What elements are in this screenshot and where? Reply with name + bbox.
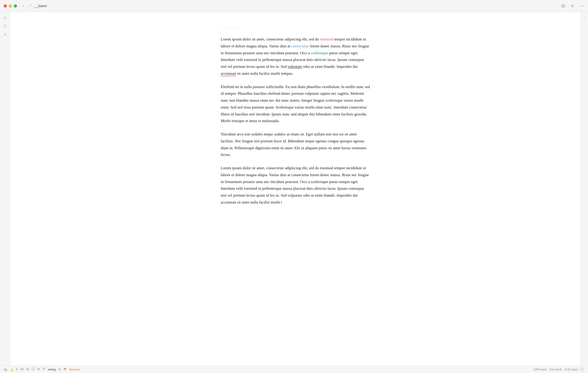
gear-icon[interactable]: ⚙ (58, 368, 61, 371)
underline-accumsan: accumsan (221, 71, 236, 76)
content-area[interactable]: › --- ... Lorem ipsum dolor sit amet, co… (10, 12, 581, 366)
titlebar: › 📄 __lorem (0, 0, 588, 12)
svg-point-7 (4, 17, 6, 18)
writing-label[interactable]: writing (48, 368, 56, 371)
svg-point-12 (21, 369, 22, 370)
chars-count: 2142 chars (564, 368, 578, 371)
app-body: ? › --- ... Lorem ipsum dolor sit amet, … (0, 12, 588, 366)
svg-rect-1 (563, 5, 565, 7)
sidebar-left: ? (0, 12, 10, 366)
right-sidebar-toggle[interactable]: ‹ (581, 12, 588, 366)
statusbar-right: 1259 notes 315 words 2142 chars ℹ (533, 367, 584, 372)
frontmatter-toggle[interactable]: › (221, 26, 222, 29)
svg-text:?: ? (5, 25, 6, 28)
statusbar: Ag 🌙 ☀ (0, 366, 588, 373)
frontmatter-dashes: --- (224, 26, 230, 29)
settings-sidebar-icon[interactable] (2, 31, 8, 38)
frontmatter-dots: ... (232, 26, 238, 29)
underline-vulputate: vulputate (288, 64, 302, 69)
help-sidebar-icon[interactable]: ? (2, 23, 8, 29)
close-button[interactable] (4, 4, 7, 8)
ag-label[interactable]: Ag (4, 368, 7, 371)
svg-point-11 (21, 368, 23, 371)
sidebar-toggle-button[interactable]: › (21, 3, 26, 9)
link-consectetur[interactable]: consectetur (291, 44, 309, 48)
svg-point-6 (583, 6, 583, 6)
frontmatter-block: › --- ... (221, 26, 370, 29)
document-title: __lorem (34, 4, 560, 8)
moon-icon[interactable]: 🌙 (10, 368, 13, 371)
location-sidebar-icon[interactable] (2, 15, 8, 21)
words-count: 315 words (549, 368, 562, 371)
notes-count: 1259 notes (533, 368, 547, 371)
traffic-lights (4, 4, 17, 8)
literature-label[interactable]: literature (69, 368, 80, 371)
info-button[interactable]: ℹ (580, 367, 584, 372)
document-content: › --- ... Lorem ipsum dolor sit amet, co… (211, 26, 379, 206)
target-icon[interactable] (32, 367, 35, 371)
svg-point-14 (32, 368, 34, 371)
maximize-button[interactable] (14, 4, 17, 8)
highlight-scelerisque: scelerisque (311, 51, 328, 55)
close-tab-button[interactable] (570, 3, 575, 9)
sun-icon[interactable]: ☀ (15, 368, 18, 371)
split-view-button[interactable] (560, 3, 566, 9)
paragraph-4: Lorem ipsum dolor sit amet, consectetur … (221, 165, 370, 206)
focus-icon[interactable] (21, 367, 24, 371)
stack-icon[interactable] (63, 367, 67, 371)
highlight-eiusmod: eiusmod (320, 37, 333, 41)
link-icon[interactable] (37, 367, 40, 371)
svg-rect-0 (562, 5, 563, 7)
minimize-button[interactable] (9, 4, 12, 8)
svg-point-4 (580, 6, 581, 6)
right-sidebar-chevron-icon: ‹ (584, 15, 585, 19)
paragraph-2: Eleifend mi in nulla posuere sollicitudi… (221, 84, 370, 125)
more-options-button[interactable] (579, 3, 584, 9)
flag-icon[interactable] (42, 367, 46, 371)
timer-icon[interactable] (26, 367, 29, 371)
titlebar-actions (560, 3, 584, 9)
document-icon: 📄 (28, 4, 33, 8)
svg-point-5 (581, 6, 582, 6)
paragraph-3: Tincidunt arcu non sodales neque sodales… (221, 131, 370, 158)
statusbar-left: Ag 🌙 ☀ (4, 367, 531, 371)
paragraph-1: Lorem ipsum dolor sit amet, consectetur … (221, 36, 370, 77)
svg-point-10 (4, 34, 6, 35)
